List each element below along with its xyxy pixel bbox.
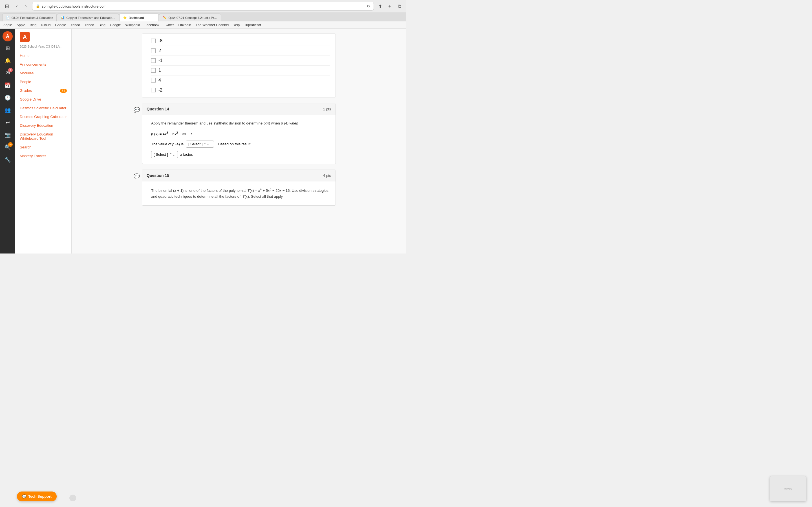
question-14-title: Question 14: [147, 107, 169, 111]
checkbox-2[interactable]: [151, 48, 156, 53]
tabs-bar: 📄 08.04 Federalism & Education 📊 Copy of…: [0, 12, 406, 21]
lock-icon: 🔒: [36, 4, 40, 8]
bookmark-linkedin[interactable]: LinkedIn: [179, 23, 191, 27]
question-15-card: 💬 Question 15 4 pts The binomial (x + 1)…: [142, 170, 336, 206]
tab-venn[interactable]: 📊 Copy of Federalism and Education Venn …: [57, 13, 119, 21]
answer-choice-neg2: -2: [151, 86, 330, 95]
tab-title-4: Quiz: 07.21 Concept 7.2: Let's Practice!: [168, 16, 217, 19]
notifications-icon[interactable]: 🔔: [2, 55, 13, 66]
bookmark-apple2[interactable]: Apple: [17, 23, 26, 27]
question-14-body: Apply the remainder theorem and use synt…: [142, 115, 336, 164]
bookmark-google2[interactable]: Google: [110, 23, 121, 27]
tab-favicon-2: 📊: [61, 16, 64, 20]
q14-p4-notation: p (4) when: [281, 121, 298, 125]
bookmark-tripadvisor[interactable]: TripAdvisor: [244, 23, 261, 27]
question-15-body: The binomial (x + 1) is one of the facto…: [142, 181, 336, 205]
avatar-icon[interactable]: A: [3, 31, 13, 41]
sidebar-nav: Home Announcements Modules People Grades…: [15, 51, 71, 160]
bookmark-yelp[interactable]: Yelp: [233, 23, 240, 27]
sidebar-item-google-drive[interactable]: Google Drive: [15, 95, 71, 104]
bookmark-google1[interactable]: Google: [55, 23, 66, 27]
checkbox-neg8[interactable]: [151, 39, 156, 43]
inbox-icon[interactable]: ✉ 1: [2, 67, 13, 78]
q15-text: The binomial (x + 1) is one of the facto…: [151, 187, 330, 200]
forward-button[interactable]: ›: [22, 2, 30, 10]
answer-label-neg1: -1: [158, 58, 162, 63]
tab-favicon-3: ⭐: [123, 16, 127, 20]
bookmark-wikipedia[interactable]: Wikipedia: [125, 23, 140, 27]
checkbox-1[interactable]: [151, 68, 156, 73]
back-icon[interactable]: ↩: [2, 117, 13, 128]
grades-badge: 54: [60, 89, 67, 93]
tab-federalism[interactable]: 📄 08.04 Federalism & Education: [2, 13, 57, 21]
search-icon[interactable]: 🔍 10: [2, 142, 13, 153]
answer-label-2: 2: [158, 48, 161, 53]
sidebar-item-discovery-edu[interactable]: Discovery Education: [15, 121, 71, 130]
bookmark-yahoo1[interactable]: Yahoo: [70, 23, 80, 27]
browser-actions: ⬆ ＋ ⧉: [376, 2, 403, 10]
sidebar-item-people[interactable]: People: [15, 77, 71, 86]
tools-icon[interactable]: 🔧: [2, 154, 13, 165]
share-button[interactable]: ⬆: [376, 2, 384, 10]
factor-select-text: [ Select ]: [154, 152, 168, 157]
sidebar-item-search[interactable]: Search: [15, 143, 71, 152]
bookmark-bing2[interactable]: Bing: [99, 23, 105, 27]
answer-label-4: 4: [158, 78, 161, 83]
answer-choice-neg8: -8: [151, 36, 330, 46]
q14-statement: The value of p (4) is [ Select ] ⌃⌄ . Ba…: [151, 140, 330, 148]
sidebar-item-mastery[interactable]: Mastery Tracker: [15, 152, 71, 160]
app-sidebar: A ⊞ 🔔 ✉ 1 📅 🕐 👥 ↩ 📷 🔍 10 🔧: [0, 29, 15, 253]
checkbox-neg1[interactable]: [151, 58, 156, 63]
answer-choice-1: 1: [151, 66, 330, 75]
answer-label-neg2: -2: [158, 88, 162, 93]
nav-buttons: ‹ ›: [13, 2, 30, 10]
bookmark-facebook[interactable]: Facebook: [145, 23, 160, 27]
tabs-button[interactable]: ⧉: [395, 2, 403, 10]
back-button[interactable]: ‹: [13, 2, 21, 10]
bookmark-apple1[interactable]: Apple: [3, 23, 12, 27]
checkbox-4[interactable]: [151, 78, 156, 82]
question-15-title: Question 15: [147, 173, 169, 178]
bookmark-bing1[interactable]: Bing: [30, 23, 36, 27]
history-icon[interactable]: 🕐: [2, 92, 13, 103]
comment-button-q15[interactable]: 💬: [134, 173, 140, 179]
tab-quiz[interactable]: ✏️ Quiz: 07.21 Concept 7.2: Let's Practi…: [159, 13, 221, 21]
sidebar-item-discovery-whiteboard[interactable]: Discovery Education Whiteboard Tool: [15, 130, 71, 143]
answer-label-neg8: -8: [158, 38, 162, 43]
quiz-container: -8 2 -1 1 4: [137, 29, 340, 216]
grid-icon[interactable]: ⊞: [2, 43, 13, 54]
people-icon[interactable]: 👥: [2, 105, 13, 116]
sidebar-item-grades[interactable]: Grades 54: [15, 86, 71, 95]
sidebar-item-announcements[interactable]: Announcements: [15, 60, 71, 69]
sidebar-item-home[interactable]: Home: [15, 51, 71, 60]
checkbox-neg2[interactable]: [151, 88, 156, 93]
bookmark-twitter[interactable]: Twitter: [164, 23, 174, 27]
sidebar-toggle-button[interactable]: ⊟: [3, 2, 11, 10]
sidebar-item-desmos-graph[interactable]: Desmos Graphing Calculator: [15, 112, 71, 121]
bookmark-weather[interactable]: The Weather Channel: [196, 23, 229, 27]
sidebar-item-desmos-sci[interactable]: Desmos Scientific Calculator: [15, 104, 71, 112]
new-tab-button[interactable]: ＋: [386, 2, 394, 10]
answer-choice-2: 2: [151, 46, 330, 56]
course-year: 2023 School Year: Q3-Q4 LA...: [15, 42, 71, 51]
factor-select[interactable]: [ Select ] ⌃⌄: [151, 151, 178, 158]
tab-favicon-4: ✏️: [163, 16, 167, 20]
q14-value-select[interactable]: [ Select ] ⌃⌄: [186, 140, 214, 148]
url-text: springfieldpublicschools.instructure.com: [42, 4, 365, 8]
question-13-card: -8 2 -1 1 4: [142, 34, 336, 98]
bookmark-yahoo2[interactable]: Yahoo: [85, 23, 94, 27]
sidebar-item-modules[interactable]: Modules: [15, 69, 71, 77]
calendar-icon[interactable]: 📅: [2, 80, 13, 91]
bookmark-icloud[interactable]: iCloud: [41, 23, 50, 27]
tab-title-2: Copy of Federalism and Education Venn Di…: [66, 16, 115, 19]
content-area: -8 2 -1 1 4: [71, 29, 406, 253]
tab-dashboard[interactable]: ⭐ Dashboard: [119, 13, 159, 21]
answer-label-1: 1: [158, 68, 161, 73]
q14-suffix: . Based on this result,: [216, 142, 252, 146]
course-avatar: A: [20, 32, 30, 42]
comment-button-q14[interactable]: 💬: [134, 107, 140, 113]
reload-button[interactable]: ↺: [367, 4, 370, 8]
address-bar[interactable]: 🔒 springfieldpublicschools.instructure.c…: [32, 2, 374, 11]
answer-choice-neg1: -1: [151, 56, 330, 66]
video-icon[interactable]: 📷: [2, 129, 13, 140]
